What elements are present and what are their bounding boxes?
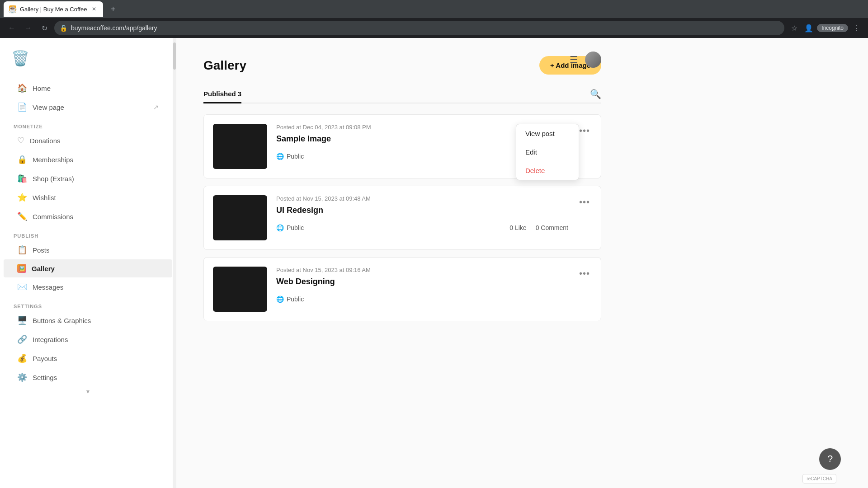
external-link-icon: ↗ bbox=[153, 103, 159, 111]
back-button[interactable]: ← bbox=[5, 22, 18, 34]
integrations-icon: 🔗 bbox=[17, 334, 27, 344]
hamburger-icon[interactable]: ☰ bbox=[570, 54, 578, 65]
sidebar-item-shop-extras[interactable]: 🛍️ Shop (Extras) bbox=[4, 169, 172, 188]
sidebar-scrollbar-thumb[interactable] bbox=[173, 42, 176, 70]
monetize-label: MONETIZE bbox=[0, 117, 176, 131]
sidebar-item-shop-label: Shop (Extras) bbox=[33, 175, 74, 183]
item-2-likes: 0 Like bbox=[509, 224, 526, 231]
item-2-posted: Posted at Nov 15, 2023 at 09:48 AM bbox=[276, 195, 568, 202]
tab-published[interactable]: Published 3 bbox=[203, 85, 241, 103]
sidebar-item-wishlist[interactable]: ⭐ Wishlist bbox=[4, 188, 172, 207]
app-layout: 🗑️ 🏠 Home 📄 View page ↗ MONETIZE ♡ Donat… bbox=[0, 38, 868, 488]
gallery-item-2: Posted at Nov 15, 2023 at 09:48 AM UI Re… bbox=[203, 186, 601, 250]
item-2-title: UI Redesign bbox=[276, 206, 568, 215]
search-icon[interactable]: 🔍 bbox=[590, 89, 601, 99]
sidebar-item-posts[interactable]: 📋 Posts bbox=[4, 240, 172, 259]
globe-icon-2: 🌐 bbox=[276, 224, 284, 231]
sidebar-item-integrations[interactable]: 🔗 Integrations bbox=[4, 330, 172, 349]
item-1-visibility: 🌐 Public bbox=[276, 153, 304, 160]
gallery-item-info-2: Posted at Nov 15, 2023 at 09:48 AM UI Re… bbox=[276, 195, 568, 231]
browser-tab[interactable]: ☕ Gallery | Buy Me a Coffee ✕ bbox=[4, 1, 103, 17]
recaptcha-badge: reCAPTCHA bbox=[802, 474, 836, 483]
settings-label: SETTINGS bbox=[0, 296, 176, 311]
item-3-meta: 🌐 Public bbox=[276, 296, 568, 303]
item-2-visibility: 🌐 Public bbox=[276, 224, 304, 231]
sidebar-item-buttons-label: Buttons & Graphics bbox=[33, 317, 91, 324]
sidebar-item-messages-label: Messages bbox=[33, 283, 63, 291]
item-2-visibility-label: Public bbox=[287, 224, 304, 231]
settings-icon: ⚙️ bbox=[17, 372, 27, 382]
posts-icon: 📋 bbox=[17, 245, 27, 255]
view-page-icon: 📄 bbox=[17, 102, 27, 112]
tab-close-button[interactable]: ✕ bbox=[90, 5, 98, 13]
gallery-item-1: Posted at Dec 04, 2023 at 09:08 PM Sampl… bbox=[203, 114, 601, 178]
tabs-row: Published 3 🔍 bbox=[203, 85, 601, 103]
sidebar-logo: 🗑️ bbox=[9, 47, 32, 70]
messages-icon: ✉️ bbox=[17, 282, 27, 292]
publish-label: PUBLISH bbox=[0, 226, 176, 240]
avatar[interactable] bbox=[585, 52, 601, 68]
commissions-icon: ✏️ bbox=[17, 211, 27, 221]
item-3-more-button[interactable]: ••• bbox=[577, 267, 592, 281]
item-3-visibility-label: Public bbox=[287, 296, 304, 303]
gallery-thumb-1 bbox=[213, 124, 267, 169]
item-1-more-button[interactable]: ••• bbox=[577, 124, 592, 138]
sidebar-item-home[interactable]: 🏠 Home bbox=[4, 79, 172, 98]
sidebar-item-home-label: Home bbox=[33, 84, 51, 92]
sidebar-item-donations[interactable]: ♡ Donations bbox=[4, 131, 172, 150]
sidebar-item-memberships-label: Memberships bbox=[33, 156, 73, 164]
gallery-item-3: Posted at Nov 15, 2023 at 09:16 AM Web D… bbox=[203, 257, 601, 321]
menu-button[interactable]: ⋮ bbox=[850, 22, 863, 34]
sidebar-item-payouts-label: Payouts bbox=[33, 355, 57, 362]
sidebar-item-commissions[interactable]: ✏️ Commissions bbox=[4, 207, 172, 226]
browser-chrome: ☕ Gallery | Buy Me a Coffee ✕ + bbox=[0, 0, 868, 18]
globe-icon-3: 🌐 bbox=[276, 296, 284, 303]
item-2-stats: 0 Like 0 Comment bbox=[509, 224, 568, 231]
profile-button[interactable]: 👤 bbox=[802, 22, 815, 34]
sidebar-item-view-page[interactable]: 📄 View page ↗ bbox=[4, 98, 172, 117]
item-3-visibility: 🌐 Public bbox=[276, 296, 304, 303]
dropdown-view-post[interactable]: View post bbox=[516, 124, 579, 143]
dropdown-delete[interactable]: Delete bbox=[516, 161, 579, 180]
recaptcha-text: reCAPTCHA bbox=[807, 476, 832, 481]
incognito-badge: Incognito bbox=[817, 24, 848, 32]
tab-favicon: ☕ bbox=[9, 5, 16, 13]
main-inner: ☰ Gallery + Add image Published 3 🔍 Post… bbox=[176, 38, 628, 346]
page-title: Gallery bbox=[203, 58, 246, 73]
sidebar-item-buttons-graphics[interactable]: 🖥️ Buttons & Graphics bbox=[4, 311, 172, 330]
main-content: ☰ Gallery + Add image Published 3 🔍 Post… bbox=[176, 38, 868, 488]
shop-icon: 🛍️ bbox=[17, 174, 27, 183]
donations-icon: ♡ bbox=[17, 136, 24, 145]
url-text: buymeacoffee.com/app/gallery bbox=[71, 24, 779, 32]
sidebar-item-posts-label: Posts bbox=[33, 246, 50, 254]
sidebar-wrapper: 🗑️ 🏠 Home 📄 View page ↗ MONETIZE ♡ Donat… bbox=[0, 38, 176, 488]
sidebar-scrollbar-track bbox=[173, 38, 176, 488]
sidebar-item-payouts[interactable]: 💰 Payouts bbox=[4, 349, 172, 368]
item-3-posted: Posted at Nov 15, 2023 at 09:16 AM bbox=[276, 267, 568, 273]
forward-button[interactable]: → bbox=[22, 22, 34, 34]
item-2-more-button[interactable]: ••• bbox=[577, 195, 592, 209]
sidebar-item-gallery-label: Gallery bbox=[32, 265, 55, 272]
gallery-header: Gallery + Add image bbox=[203, 56, 601, 75]
address-bar[interactable]: 🔒 buymeacoffee.com/app/gallery bbox=[54, 21, 784, 35]
help-button[interactable]: ? bbox=[819, 448, 841, 470]
sidebar-item-gallery[interactable]: 🖼️ Gallery bbox=[4, 259, 172, 277]
item-2-comments: 0 Comment bbox=[536, 224, 568, 231]
refresh-button[interactable]: ↻ bbox=[38, 22, 51, 34]
gallery-thumb-2 bbox=[213, 195, 267, 240]
sidebar-item-wishlist-label: Wishlist bbox=[33, 194, 56, 202]
sidebar-item-view-page-label: View page bbox=[33, 103, 64, 111]
toolbar-icons: ☆ 👤 Incognito ⋮ bbox=[788, 22, 863, 34]
sidebar-scroll-down[interactable]: ▼ bbox=[0, 387, 176, 397]
sidebar-item-memberships[interactable]: 🔒 Memberships bbox=[4, 150, 172, 169]
sidebar-item-messages[interactable]: ✉️ Messages bbox=[4, 277, 172, 296]
tab-favicon-icon: ☕ bbox=[8, 5, 17, 14]
sidebar-item-settings[interactable]: ⚙️ Settings bbox=[4, 368, 172, 387]
gallery-icon: 🖼️ bbox=[17, 264, 26, 273]
new-tab-button[interactable]: + bbox=[107, 3, 119, 15]
gallery-thumb-3 bbox=[213, 267, 267, 312]
sidebar-item-integrations-label: Integrations bbox=[33, 336, 68, 343]
gallery-item-info-3: Posted at Nov 15, 2023 at 09:16 AM Web D… bbox=[276, 267, 568, 303]
dropdown-edit[interactable]: Edit bbox=[516, 143, 579, 161]
bookmark-button[interactable]: ☆ bbox=[788, 22, 801, 34]
